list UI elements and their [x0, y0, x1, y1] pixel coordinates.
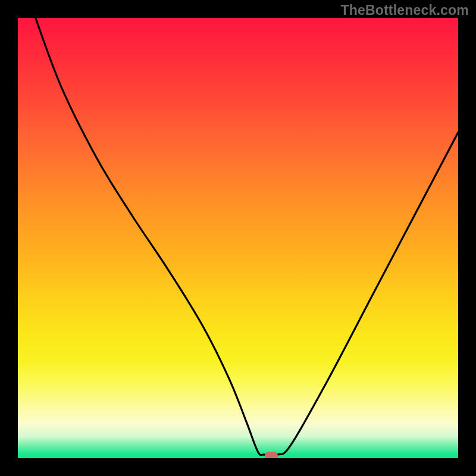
watermark-text: TheBottleneck.com [340, 2, 469, 18]
curve-path [36, 18, 458, 456]
optimum-marker [265, 452, 278, 458]
bottleneck-curve [18, 18, 458, 458]
plot-area [18, 18, 458, 458]
chart-frame: TheBottleneck.com [0, 0, 476, 476]
